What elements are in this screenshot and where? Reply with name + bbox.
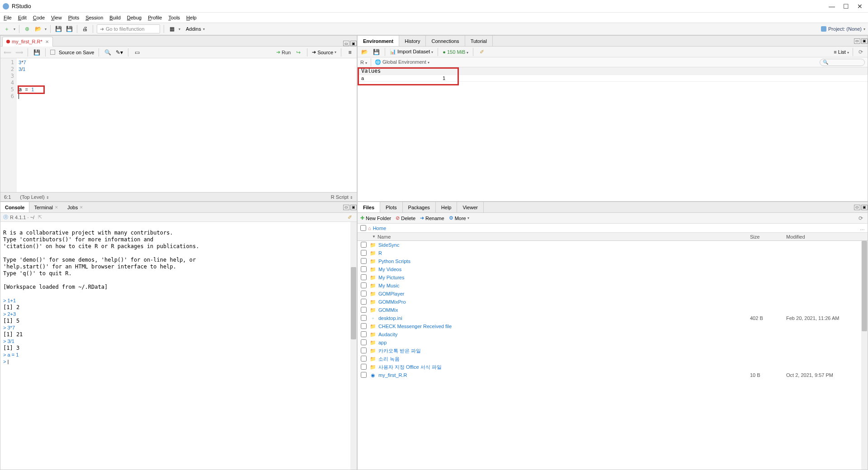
maximize-button[interactable]: ☐ <box>843 3 849 10</box>
file-row[interactable]: 📁My Pictures <box>358 273 868 282</box>
tab-plots[interactable]: Plots <box>380 202 402 212</box>
close-tab-icon[interactable]: ✕ <box>45 39 49 44</box>
view-mode-button[interactable]: ≡ List ▾ <box>834 49 849 55</box>
file-checkbox[interactable] <box>361 274 367 280</box>
lang-selector[interactable]: R ▾ <box>360 60 367 65</box>
tab-packages[interactable]: Packages <box>403 202 436 212</box>
load-workspace-icon[interactable]: 📂 <box>360 48 368 56</box>
rename-button[interactable]: ➜ Rename <box>420 215 444 221</box>
file-row[interactable]: 📁CHECK Messenger Received file <box>358 322 868 330</box>
file-name[interactable]: My Music <box>377 283 750 288</box>
file-name[interactable]: app <box>377 340 750 345</box>
console-output[interactable]: R is a collaborative project with many c… <box>0 222 357 470</box>
run-button[interactable]: ➔Run <box>276 49 291 55</box>
file-checkbox[interactable] <box>361 307 367 313</box>
file-checkbox[interactable] <box>361 356 367 362</box>
file-row[interactable]: 📁My Videos <box>358 265 868 273</box>
file-checkbox[interactable] <box>361 266 367 272</box>
source-tab[interactable]: my_first_R.R* ✕ <box>2 37 53 47</box>
file-name[interactable]: My Videos <box>377 267 750 272</box>
tab-history[interactable]: History <box>399 36 426 46</box>
tab-connections[interactable]: Connections <box>426 36 465 46</box>
file-row[interactable]: 📁사용자 지정 Office 서식 파일 <box>358 363 868 371</box>
file-name[interactable]: GOMMix <box>377 307 750 313</box>
save-all-icon[interactable]: 💾 <box>65 25 73 33</box>
file-checkbox[interactable] <box>361 242 367 248</box>
pane-maximize-button[interactable]: ▣ <box>861 38 868 44</box>
open-file-icon[interactable]: 📂 <box>34 25 42 33</box>
file-name[interactable]: my_first_R.R <box>377 372 750 378</box>
menu-debug[interactable]: Debug <box>127 15 142 20</box>
chevron-down-icon[interactable]: ▾ <box>45 27 47 31</box>
compile-icon[interactable]: ▭ <box>133 48 141 56</box>
menu-session[interactable]: Session <box>85 15 103 20</box>
select-all-checkbox[interactable] <box>360 225 366 231</box>
tab-terminal[interactable]: Terminal ✕ <box>29 202 63 212</box>
col-name[interactable]: Name <box>377 234 391 240</box>
menu-help[interactable]: Help <box>186 15 197 20</box>
pane-maximize-button[interactable]: ▣ <box>350 41 357 46</box>
find-icon[interactable]: 🔍 <box>104 48 112 56</box>
lang-selector[interactable]: R Script ⇕ <box>331 194 353 200</box>
save-icon[interactable]: 💾 <box>33 48 41 56</box>
project-menu[interactable]: Project: (None) ▾ <box>821 26 865 32</box>
file-name[interactable]: CHECK Messenger Received file <box>377 324 750 329</box>
menu-plots[interactable]: Plots <box>68 15 79 20</box>
file-name[interactable]: 카카오톡 받은 파일 <box>377 348 750 354</box>
sort-down-icon[interactable]: ▼ <box>372 235 376 239</box>
grid-icon[interactable]: ▦ <box>168 25 176 33</box>
file-name[interactable]: My Pictures <box>377 275 750 280</box>
tab-environment[interactable]: Environment <box>358 36 399 46</box>
tab-console[interactable]: Console <box>0 202 29 212</box>
clear-console-icon[interactable]: ✐ <box>346 213 354 221</box>
file-row[interactable]: 📁GOMPlayer <box>358 290 868 298</box>
env-search-input[interactable]: 🔍 <box>820 59 865 66</box>
close-button[interactable]: ✕ <box>857 3 863 10</box>
chevron-down-icon[interactable]: ▾ <box>179 27 180 31</box>
source-on-save-checkbox[interactable] <box>50 50 55 55</box>
print-icon[interactable]: 🖨 <box>81 25 89 33</box>
file-name[interactable]: R <box>377 250 750 256</box>
broom-icon[interactable]: ✐ <box>478 48 486 56</box>
save-workspace-icon[interactable]: 💾 <box>372 48 380 56</box>
file-row[interactable]: 📁GOMMix <box>358 306 868 314</box>
minimize-button[interactable]: — <box>829 3 835 10</box>
file-row[interactable]: 📁Python Scripts <box>358 257 868 265</box>
close-icon[interactable]: ✕ <box>55 205 58 210</box>
source-button[interactable]: ➔Source ▾ <box>312 49 336 55</box>
file-name[interactable]: GOMMixPro <box>377 299 750 305</box>
pane-minimize-button[interactable]: ▭ <box>854 38 860 44</box>
menu-tools[interactable]: Tools <box>168 15 180 20</box>
file-checkbox[interactable] <box>361 331 367 337</box>
menu-code[interactable]: Code <box>33 15 45 20</box>
file-row[interactable]: 📁R <box>358 249 868 257</box>
wand-icon[interactable]: ✎▾ <box>115 48 123 56</box>
pane-minimize-button[interactable]: ▭ <box>343 205 349 210</box>
file-name[interactable]: Audacity <box>377 332 750 337</box>
scroll-thumb[interactable] <box>862 241 867 331</box>
more-breadcrumb-icon[interactable]: … <box>860 226 865 231</box>
col-modified[interactable]: Modified <box>786 234 868 240</box>
scrollbar[interactable] <box>861 241 868 470</box>
col-size[interactable]: Size <box>750 234 786 240</box>
refresh-icon[interactable]: ⟳ <box>857 214 865 222</box>
tab-jobs[interactable]: Jobs ✕ <box>63 202 88 212</box>
tab-files[interactable]: Files <box>358 202 380 212</box>
menu-view[interactable]: View <box>51 15 62 20</box>
tab-viewer[interactable]: Viewer <box>457 202 483 212</box>
tab-help[interactable]: Help <box>436 202 458 212</box>
close-icon[interactable]: ✕ <box>80 205 83 210</box>
file-checkbox[interactable] <box>361 348 367 353</box>
menu-edit[interactable]: Edit <box>18 15 27 20</box>
file-row[interactable]: 📁GOMMixPro <box>358 298 868 306</box>
file-name[interactable]: 소리 녹음 <box>377 356 750 362</box>
file-row[interactable]: ◉my_first_R.R10 BOct 2, 2021, 9:57 PM <box>358 371 868 379</box>
menu-profile[interactable]: Profile <box>148 15 162 20</box>
outline-icon[interactable]: ≡ <box>346 48 354 56</box>
delete-button[interactable]: ⊘ Delete <box>396 215 415 221</box>
file-row[interactable]: 📁소리 녹음 <box>358 355 868 363</box>
file-row[interactable]: 📁My Music <box>358 282 868 290</box>
file-row[interactable]: 📁SideSync <box>358 241 868 249</box>
refresh-icon[interactable]: ⟳ <box>857 48 865 56</box>
file-row[interactable]: 📁Audacity <box>358 330 868 338</box>
